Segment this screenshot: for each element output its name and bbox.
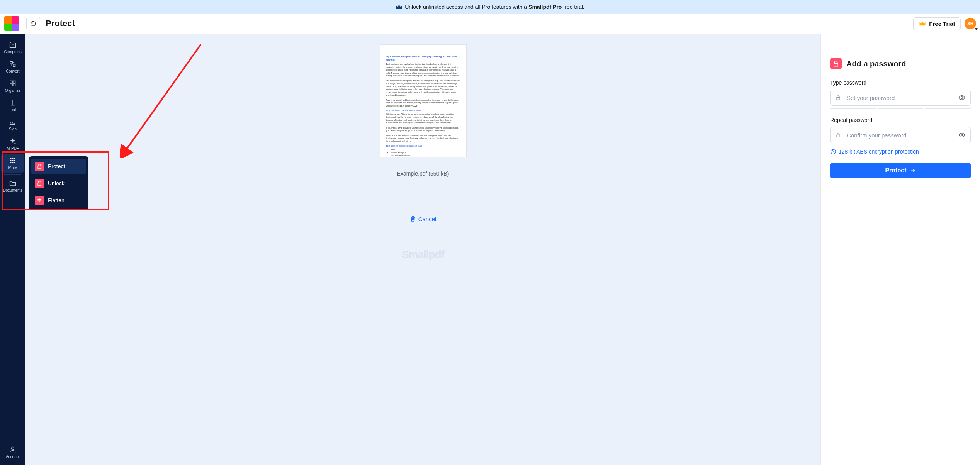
more-menu: Protect Unlock Flatten	[29, 156, 88, 210]
crown-icon	[396, 4, 403, 10]
svg-point-6	[10, 162, 11, 163]
svg-point-7	[12, 162, 13, 163]
sign-icon	[9, 118, 17, 126]
undo-icon	[30, 20, 37, 27]
crown-icon	[919, 21, 926, 26]
sidebar-item-label: Account	[6, 455, 20, 459]
app-logo[interactable]	[4, 16, 19, 31]
folder-icon	[9, 179, 17, 187]
eye-icon[interactable]	[958, 94, 965, 101]
organize-icon	[9, 79, 17, 87]
repeat-password-input[interactable]	[830, 127, 971, 143]
unlock-icon	[35, 179, 44, 188]
undo-button[interactable]	[26, 17, 40, 30]
more-menu-label: Flatten	[48, 197, 65, 203]
sidebar-item-convert[interactable]: Convert	[1, 57, 24, 76]
sidebar-item-edit[interactable]: Edit	[1, 96, 24, 115]
sidebar-item-aipdf[interactable]: AI PDF	[1, 134, 24, 154]
repeat-password-label: Repeat password	[830, 117, 971, 123]
encryption-note-text: 128-bit AES encryption protection	[839, 149, 919, 155]
sidebar-item-compress[interactable]: Compress	[1, 38, 24, 57]
sidebar-item-label: More	[8, 166, 17, 170]
svg-point-2	[14, 158, 15, 159]
sidebar-item-organize[interactable]: Organize	[1, 76, 24, 96]
cancel-button[interactable]: Cancel	[410, 215, 436, 222]
svg-point-4	[12, 160, 13, 161]
cancel-label: Cancel	[418, 216, 436, 222]
free-trial-button[interactable]: Free Trial	[913, 17, 961, 30]
panel-heading: Add a password	[846, 59, 906, 68]
password-panel: Add a password Type password Repeat pass…	[820, 34, 980, 465]
sidebar-item-label: Organize	[5, 88, 21, 93]
more-menu-label: Unlock	[48, 180, 65, 186]
type-password-label: Type password	[830, 79, 971, 86]
file-name: Example.pdf	[397, 171, 427, 177]
svg-point-0	[10, 158, 11, 159]
promo-banner[interactable]: Unlock unlimited access and all Pro feat…	[0, 0, 980, 14]
trash-icon	[410, 215, 416, 222]
svg-point-1	[12, 158, 13, 159]
sidebar: Compress Convert Organize Edit Sign AI P…	[0, 34, 25, 465]
svg-point-5	[14, 160, 15, 161]
svg-point-10	[961, 134, 963, 136]
arrow-right-icon	[910, 168, 916, 173]
convert-icon	[9, 60, 17, 68]
avatar[interactable]: SH	[965, 18, 976, 29]
type-password-input[interactable]	[830, 90, 971, 106]
protect-button[interactable]: Protect	[830, 163, 971, 178]
sidebar-item-label: Edit	[9, 108, 16, 112]
svg-point-9	[961, 97, 963, 99]
edit-icon	[9, 99, 17, 107]
lock-icon	[830, 58, 842, 69]
person-icon	[9, 446, 17, 453]
document-thumbnail[interactable]: Top 6 Business Intelligence Tools for Le…	[380, 45, 466, 157]
sidebar-item-label: Convert	[6, 69, 19, 73]
topbar: Protect Free Trial SH	[0, 14, 980, 34]
sidebar-item-label: Documents	[3, 188, 23, 193]
sidebar-item-sign[interactable]: Sign	[1, 115, 24, 134]
sidebar-item-label: Compress	[4, 50, 22, 54]
more-menu-protect[interactable]: Protect	[31, 159, 86, 174]
encryption-note: 128-bit AES encryption protection	[830, 149, 971, 155]
document-canvas: Top 6 Business Intelligence Tools for Le…	[25, 34, 820, 465]
sidebar-separator	[4, 174, 21, 175]
free-trial-label: Free Trial	[929, 20, 955, 27]
lock-icon	[836, 95, 841, 100]
compress-icon	[9, 41, 17, 49]
more-menu-flatten[interactable]: Flatten	[31, 193, 86, 208]
protect-button-label: Protect	[885, 167, 906, 174]
password-strength-meter	[830, 108, 971, 109]
svg-point-3	[10, 160, 11, 161]
sidebar-item-more[interactable]: More	[1, 154, 24, 173]
sidebar-item-label: AI PDF	[7, 146, 19, 150]
brand-watermark: Smallpdf	[402, 249, 444, 261]
lock-icon	[35, 162, 44, 171]
svg-point-12	[833, 153, 833, 153]
page-title: Protect	[46, 19, 75, 29]
sidebar-item-documents[interactable]: Documents	[1, 176, 24, 196]
eye-icon[interactable]	[958, 132, 965, 139]
grid-icon	[9, 157, 17, 164]
sidebar-item-label: Sign	[9, 127, 17, 131]
more-menu-label: Protect	[48, 163, 65, 169]
file-size: (550 kB)	[428, 171, 449, 177]
lock-icon	[836, 132, 841, 138]
more-menu-unlock[interactable]: Unlock	[31, 176, 86, 191]
sidebar-item-account[interactable]: Account	[1, 443, 24, 462]
svg-point-8	[14, 162, 15, 163]
file-caption: Example.pdf (550 kB)	[397, 171, 449, 177]
flatten-icon	[35, 196, 44, 205]
question-icon	[830, 149, 836, 155]
promo-text: Unlock unlimited access and all Pro feat…	[405, 4, 584, 10]
sparkle-icon	[9, 137, 17, 145]
